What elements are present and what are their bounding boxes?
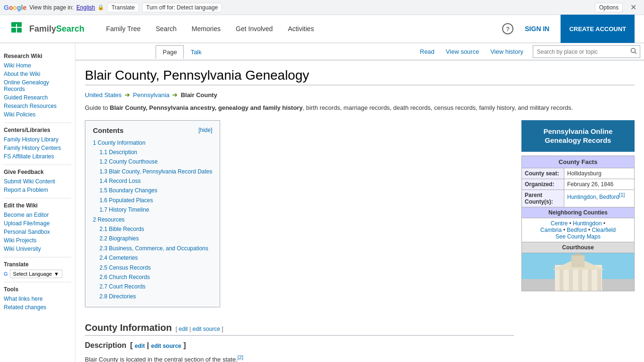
contents-hide-link[interactable]: [hide] — [198, 127, 212, 133]
neighbour-cambria[interactable]: Cambria — [540, 227, 561, 233]
sidebar-item-family-history-library[interactable]: Family History Library — [4, 135, 71, 144]
tab-read[interactable]: Read — [414, 45, 440, 58]
toc-link-1-6[interactable]: 1.6 Populated Places — [99, 197, 153, 204]
pa-records-button[interactable]: Pennsylvania OnlineGenealogy Records — [521, 120, 635, 152]
toc-link-2-4[interactable]: 2.4 Cemeteries — [99, 255, 138, 261]
toc-item-1-5: 1.5 Boundary Changes — [99, 186, 212, 195]
toc-link-1-7[interactable]: 1.7 History Timeline — [99, 206, 149, 213]
sidebar-item-report-problem[interactable]: Report a Problem — [4, 186, 71, 194]
neighbour-clearfield[interactable]: Clearfield — [592, 227, 616, 233]
toc-link-2-5[interactable]: 2.5 Census Records — [99, 264, 151, 271]
toc-link-2-6[interactable]: 2.6 Church Records — [99, 274, 150, 280]
sidebar-item-personal-sandbox[interactable]: Personal Sandbox — [4, 228, 71, 236]
sidebar-item-what-links[interactable]: What links here — [4, 295, 71, 303]
nav-activities[interactable]: Activities — [281, 15, 322, 43]
toc-item-2-4: 2.4 Cemeteries — [99, 253, 212, 263]
svg-rect-12 — [569, 270, 573, 291]
neighbour-huntingdon[interactable]: Huntingdon — [573, 220, 602, 227]
organized-value: February 26, 1846 — [564, 179, 635, 189]
toc-link-1[interactable]: 1 County Information — [93, 140, 145, 146]
tab-view-source[interactable]: View source — [440, 45, 485, 58]
nav-family-tree[interactable]: Family Tree — [99, 15, 148, 43]
tab-page[interactable]: Page — [156, 45, 184, 59]
sidebar-section-edit: Edit the Wiki — [4, 202, 71, 209]
turn-off-button[interactable]: Turn off for: Detect language — [142, 3, 222, 12]
nav-memories[interactable]: Memories — [184, 15, 228, 43]
breadcrumb-pa[interactable]: Pennsylvania — [133, 91, 169, 99]
tab-talk[interactable]: Talk — [184, 46, 208, 58]
translate-title: Translate — [4, 261, 71, 268]
wiki-search-button[interactable] — [627, 46, 640, 58]
contents-box: Contents [hide] 1 County Information 1.1… — [85, 120, 220, 308]
neighboring-header: Neighboring Counties — [522, 207, 635, 218]
sign-in-button[interactable]: SIGN IN — [519, 22, 555, 35]
contents-list: 1 County Information 1.1 Description 1.2… — [93, 138, 212, 302]
main-nav: Family Tree Search Memories Get Involved… — [99, 15, 502, 43]
sidebar-item-online-records[interactable]: Online Genealogy Records — [4, 78, 71, 93]
desc-edit-source[interactable]: edit source — [151, 343, 182, 349]
breadcrumb-us[interactable]: United States — [85, 91, 122, 99]
sidebar-section-centers: Centers/Libraries — [4, 127, 71, 133]
courthouse-table-header: Courthouse — [522, 242, 635, 253]
toc-link-2-8[interactable]: 2.8 Directories — [99, 293, 136, 300]
translate-bar: Google View this page in: English 🔒 Tran… — [0, 0, 644, 15]
svg-line-7 — [635, 52, 637, 54]
sidebar-item-research-resources[interactable]: Research Resources — [4, 102, 71, 110]
help-icon[interactable]: ? — [502, 23, 513, 34]
select-language-label: Select Language — [13, 271, 52, 277]
nav-search[interactable]: Search — [148, 15, 184, 43]
nav-get-involved[interactable]: Get Involved — [228, 15, 281, 43]
language-link[interactable]: English — [76, 4, 95, 11]
sidebar-item-wiki-projects[interactable]: Wiki Projects — [4, 236, 71, 245]
logo-area[interactable]: FamilySearch — [9, 20, 84, 37]
description-section: Description [ edit | edit source ] — [85, 341, 514, 350]
sidebar-divider-4 — [4, 257, 71, 257]
toc-link-2[interactable]: 2 Resources — [93, 216, 124, 223]
options-button[interactable]: Options — [595, 3, 623, 12]
sidebar-item-upload-file[interactable]: Upload File/Image — [4, 219, 71, 228]
sidebar-item-become-editor[interactable]: Become an Editor — [4, 211, 71, 219]
sidebar-item-related-changes[interactable]: Related changes — [4, 303, 71, 312]
neighbour-centre[interactable]: Centre — [551, 220, 568, 227]
desc-edit[interactable]: edit — [135, 343, 145, 349]
toc-link-1-2[interactable]: 1.2 County Courthouse — [99, 158, 157, 165]
county-seat-label: County seat: — [522, 168, 564, 179]
parent-county-2-link[interactable]: Bedford — [599, 194, 619, 200]
toc-link-2-7[interactable]: 2.7 Court Records — [99, 283, 145, 290]
toc-link-1-4[interactable]: 1.4 Record Loss — [99, 178, 140, 184]
breadcrumb-arrow-1: ➜ — [124, 91, 130, 99]
county-info-edit[interactable]: edit — [179, 326, 188, 332]
infobox-area: Pennsylvania OnlineGenealogy Records Cou… — [521, 120, 635, 362]
sidebar-item-submit-wiki[interactable]: Submit Wiki Content — [4, 177, 71, 186]
parent-county-ref[interactable]: [1] — [619, 192, 625, 197]
toc-link-2-1[interactable]: 2.1 Bible Records — [99, 226, 144, 232]
see-county-maps-link[interactable]: See County Maps — [555, 233, 600, 240]
select-language-button[interactable]: Select Language ▼ — [10, 270, 62, 278]
sidebar-section-research: Research Wiki — [4, 53, 71, 59]
toc-link-1-3[interactable]: 1.3 Blair County, Pennsylvania Record Da… — [99, 168, 212, 175]
create-account-button[interactable]: CREATE ACCOUNT — [561, 15, 635, 43]
sidebar-item-fs-affiliate[interactable]: FS Affiliate Libraries — [4, 152, 71, 161]
toc-link-2-3[interactable]: 2.3 Business, Commerce, and Occupations — [99, 245, 208, 252]
sidebar-item-wiki-home[interactable]: Wiki Home — [4, 61, 71, 70]
toc-item-2-3: 2.3 Business, Commerce, and Occupations — [99, 244, 212, 253]
intro-text-rest: , birth records, marriage records, death… — [303, 104, 573, 111]
wiki-search-input[interactable] — [533, 47, 627, 57]
sidebar-item-wiki-university[interactable]: Wiki University — [4, 245, 71, 253]
sidebar-item-family-history-centers[interactable]: Family History Centers — [4, 144, 71, 152]
translate-button[interactable]: Translate — [107, 3, 139, 12]
sidebar-item-about-wiki[interactable]: About the Wiki — [4, 70, 71, 78]
neighbour-bedford[interactable]: Bedford — [567, 227, 586, 233]
toc-item-2-5: 2.5 Census Records — [99, 263, 212, 272]
parent-county-1-link[interactable]: Huntingdon — [567, 194, 596, 200]
toc-link-1-5[interactable]: 1.5 Boundary Changes — [99, 187, 157, 194]
sidebar-item-wiki-policies[interactable]: Wiki Policies — [4, 110, 71, 119]
toc-link-2-2[interactable]: 2.2 Biographies — [99, 235, 139, 242]
close-translate-button[interactable]: ✕ — [627, 2, 640, 13]
sidebar-item-guided-research[interactable]: Guided Research — [4, 93, 71, 102]
tab-view-history[interactable]: View history — [485, 45, 529, 58]
neighboring-counties-row: Centre • Huntingdon • Cambria • Bedford … — [522, 218, 635, 242]
toc-link-1-1[interactable]: 1.1 Description — [99, 149, 137, 156]
county-info-edit-source[interactable]: edit source — [192, 326, 220, 332]
description-ref[interactable]: [2] — [238, 354, 243, 360]
